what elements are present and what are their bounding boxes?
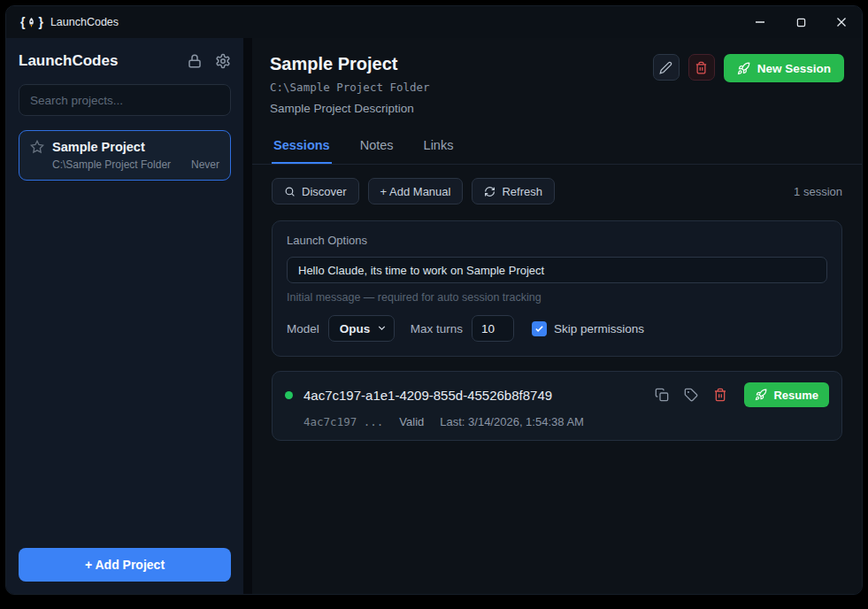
edit-project-button[interactable]	[653, 54, 680, 81]
refresh-button[interactable]: Refresh	[472, 178, 555, 204]
launch-options-panel: Launch Options Initial message — require…	[272, 220, 842, 357]
model-label: Model	[287, 322, 319, 335]
copy-icon	[655, 388, 669, 402]
window-title: LaunchCodes	[50, 16, 119, 28]
main-panel: Sample Project C:\Sample Project Folder …	[252, 38, 862, 594]
project-last-used: Never	[191, 158, 219, 171]
project-path: C:\Sample Project Folder	[52, 158, 171, 171]
pencil-icon	[659, 61, 672, 74]
session-status: Valid	[399, 415, 424, 428]
session-active-dot	[285, 391, 293, 399]
gear-icon	[215, 53, 231, 69]
sidebar-title: LaunchCodes	[19, 52, 118, 70]
minimize-button[interactable]	[740, 6, 780, 38]
page-title: Sample Project	[270, 54, 430, 74]
session-card: 4ac7c197-a1e1-4209-855d-45526b8f8749	[272, 371, 842, 441]
sidebar: LaunchCodes	[6, 38, 252, 594]
title-bar: { } LaunchCodes	[6, 6, 862, 38]
add-project-button[interactable]: + Add Project	[19, 548, 231, 582]
settings-button[interactable]	[215, 53, 231, 69]
initial-message-helper: Initial message — required for auto sess…	[287, 291, 827, 304]
discover-button[interactable]: Discover	[272, 178, 359, 204]
star-icon[interactable]	[30, 140, 44, 154]
copy-session-button[interactable]	[655, 388, 669, 402]
lock-icon	[187, 53, 203, 69]
maximize-icon	[796, 18, 806, 27]
rocket-icon	[755, 389, 767, 401]
project-name: Sample Project	[52, 140, 145, 154]
app-window: { } LaunchCodes LaunchCodes	[5, 5, 863, 595]
max-turns-input[interactable]	[472, 315, 514, 342]
session-id: 4ac7c197-a1e1-4209-855d-45526b8f8749	[303, 388, 552, 403]
project-folder-path: C:\Sample Project Folder	[270, 81, 430, 94]
tag-session-button[interactable]	[684, 388, 698, 402]
close-icon	[836, 17, 847, 27]
tab-sessions[interactable]: Sessions	[272, 129, 332, 164]
tab-notes[interactable]: Notes	[358, 129, 396, 164]
sessions-toolbar: Discover + Add Manual Refresh 1 session	[252, 165, 862, 208]
initial-message-input[interactable]	[287, 257, 827, 283]
delete-session-button[interactable]	[713, 388, 727, 402]
window-controls	[740, 6, 862, 38]
model-select[interactable]: Opus	[328, 315, 395, 342]
rocket-icon	[737, 62, 750, 75]
app-logo-icon: { }	[20, 15, 43, 29]
max-turns-label: Max turns	[411, 322, 463, 335]
tag-icon	[684, 388, 698, 402]
new-session-button[interactable]: New Session	[724, 54, 844, 82]
launch-options-title: Launch Options	[287, 234, 827, 247]
tab-bar: Sessions Notes Links	[252, 126, 862, 165]
skip-permissions-label: Skip permissions	[554, 322, 644, 335]
close-button[interactable]	[821, 6, 862, 38]
check-icon	[534, 324, 544, 334]
sidebar-project-item[interactable]: Sample Project C:\Sample Project Folder …	[19, 130, 231, 181]
maximize-button[interactable]	[780, 6, 821, 38]
tab-links[interactable]: Links	[422, 129, 456, 164]
resume-label: Resume	[773, 389, 818, 402]
checkbox-checked-icon[interactable]	[532, 321, 547, 336]
search-icon	[284, 186, 296, 197]
project-description: Sample Project Description	[270, 102, 430, 115]
session-short-id: 4ac7c197 ...	[303, 415, 383, 428]
lock-button[interactable]	[187, 53, 203, 69]
add-manual-button[interactable]: + Add Manual	[368, 178, 464, 204]
delete-project-button[interactable]	[688, 54, 715, 81]
trash-icon	[695, 61, 708, 74]
session-last-used: Last: 3/14/2026, 1:54:38 AM	[440, 415, 584, 428]
skip-permissions-toggle[interactable]: Skip permissions	[532, 321, 644, 336]
minimize-icon	[755, 17, 765, 27]
trash-icon	[713, 388, 727, 402]
session-count: 1 session	[794, 185, 842, 198]
new-session-label: New Session	[757, 62, 831, 75]
refresh-icon	[484, 186, 495, 197]
resume-session-button[interactable]: Resume	[744, 382, 829, 407]
search-input[interactable]	[19, 84, 231, 116]
